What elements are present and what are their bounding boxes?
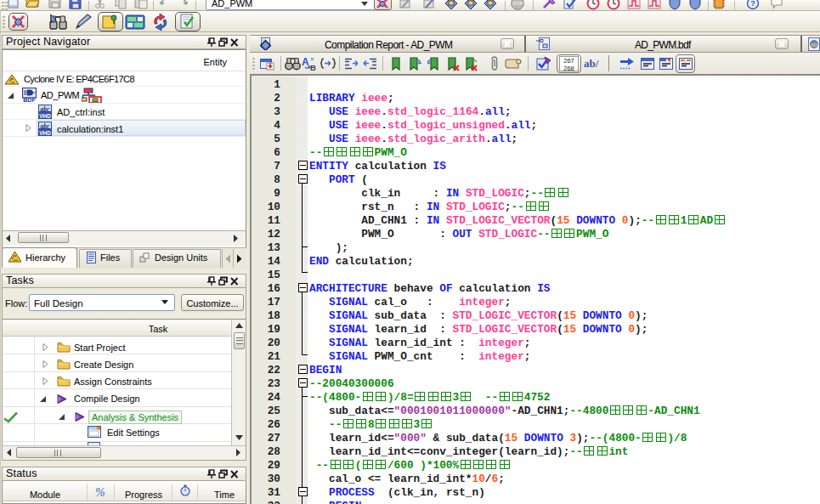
svg-text:ab: ab [811,42,817,48]
svg-text:VHD: VHD [39,113,51,119]
svg-text:B: B [310,63,316,71]
svg-text:STOP: STOP [512,2,523,6]
svg-text:VHD: VHD [39,130,51,136]
svg-text:?: ? [750,0,755,8]
svg-text:BDF: BDF [23,97,36,102]
